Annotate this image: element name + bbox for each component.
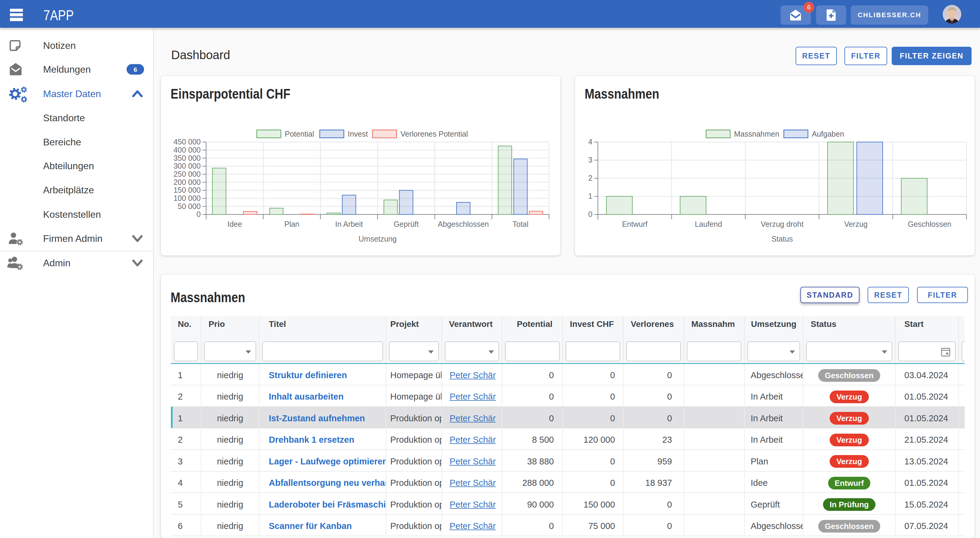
svg-text:250 000: 250 000: [173, 170, 201, 178]
svg-text:Geschlossen: Geschlossen: [908, 220, 951, 228]
svg-text:400 000: 400 000: [173, 146, 201, 154]
svg-text:1: 1: [588, 192, 592, 200]
svg-text:450 000: 450 000: [173, 137, 201, 146]
svg-text:Laufend: Laufend: [695, 220, 722, 228]
svg-text:200 000: 200 000: [173, 178, 201, 186]
svg-text:0: 0: [588, 210, 592, 218]
svg-text:Verzug: Verzug: [844, 220, 868, 228]
svg-text:Status: Status: [772, 235, 793, 243]
svg-text:Aufgaben: Aufgaben: [812, 130, 844, 138]
svg-text:Entwurf: Entwurf: [622, 220, 648, 228]
svg-text:0: 0: [196, 210, 201, 218]
svg-text:Idee: Idee: [227, 220, 242, 228]
svg-text:Total: Total: [512, 220, 528, 228]
svg-text:Invest: Invest: [348, 130, 368, 138]
svg-text:Geprüft: Geprüft: [394, 220, 418, 228]
svg-text:2: 2: [588, 174, 592, 182]
svg-text:Verzug droht: Verzug droht: [761, 220, 804, 228]
svg-text:In Arbeit: In Arbeit: [335, 220, 363, 228]
svg-text:350 000: 350 000: [173, 154, 201, 162]
svg-text:Plan: Plan: [284, 220, 299, 228]
svg-text:300 000: 300 000: [173, 162, 201, 170]
svg-text:3: 3: [588, 156, 592, 164]
svg-text:Umsetzung: Umsetzung: [359, 235, 396, 243]
svg-text:Massnahmen: Massnahmen: [734, 130, 779, 138]
svg-text:50 000: 50 000: [178, 202, 201, 211]
svg-text:100 000: 100 000: [173, 194, 201, 202]
svg-text:Verlorenes Potential: Verlorenes Potential: [401, 130, 468, 138]
svg-text:150 000: 150 000: [173, 186, 201, 194]
svg-text:Potential: Potential: [285, 130, 314, 138]
svg-text:Abgeschlossen: Abgeschlossen: [438, 220, 489, 228]
svg-text:4: 4: [588, 137, 592, 146]
